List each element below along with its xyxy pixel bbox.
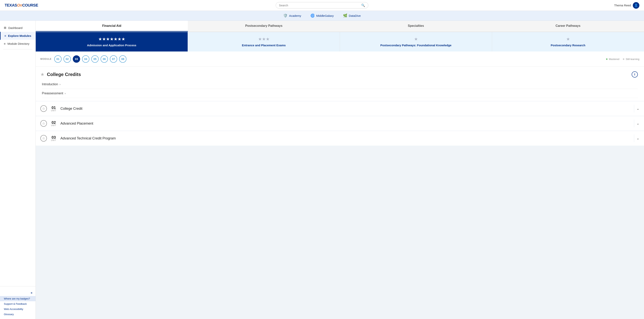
- dashboard-icon: ⊞: [4, 26, 6, 29]
- subnav-middlegalaxy-label: MiddleGalaxy: [316, 14, 334, 17]
- accessibility-link[interactable]: Web Accessibility: [0, 307, 36, 312]
- card-stars-entrance: ★★★: [192, 37, 336, 42]
- collapse-button[interactable]: «: [31, 291, 32, 295]
- legend-mastered: ★ Mastered: [606, 57, 619, 60]
- unit-circle-03: ☆: [40, 135, 47, 142]
- still-learning-label: Still learning: [626, 58, 639, 60]
- academy-icon: 🛡️: [283, 13, 288, 18]
- module-num-03[interactable]: 03: [73, 55, 80, 63]
- unit-expand-01[interactable]: ⌄: [636, 106, 639, 111]
- logo-texas: TEXAS: [5, 3, 17, 7]
- legend-still-learning: ★ Still learning: [622, 57, 639, 60]
- still-learning-star-icon: ★: [622, 57, 625, 60]
- logo: TEXASOnCOURSE: [5, 3, 40, 7]
- introduction-chevron-icon: ›: [60, 83, 60, 86]
- module-card-entrance[interactable]: ★★★ Entrance and Placement Exams: [188, 32, 340, 51]
- card-title-entrance: Entrance and Placement Exams: [192, 43, 336, 47]
- intro-items: Introduction › Preassessment ›: [36, 80, 644, 101]
- subnav-academy-label: Academy: [289, 14, 301, 17]
- module-num-06[interactable]: 06: [100, 55, 108, 63]
- card-stars-research: ★: [496, 37, 640, 42]
- sidebar: ⊞ Dashboard ≡ Explore Modules ≡ Module D…: [0, 21, 36, 319]
- module-cards: ★★★★★★★ Admission and Application Proces…: [36, 32, 644, 51]
- search-input[interactable]: [279, 4, 361, 7]
- sidebar-divider: [3, 49, 32, 49]
- glossary-link[interactable]: Glossary: [0, 312, 36, 317]
- unit-num-block-03: 03 UNIT: [50, 135, 57, 141]
- search-container: 🔍: [40, 2, 604, 8]
- card-stars-foundational: ★: [344, 37, 488, 42]
- user-name: Thema Reed: [614, 4, 631, 7]
- unit-title-01: College Credit: [60, 107, 82, 111]
- tabs: Financial Aid Postsecondary Pathways Spe…: [36, 21, 644, 32]
- intro-item-introduction[interactable]: Introduction ›: [42, 80, 638, 89]
- unit-title-02: Advanced Placement: [60, 121, 93, 126]
- main-content: Financial Aid Postsecondary Pathways Spe…: [36, 21, 644, 319]
- collapse-area: «: [0, 290, 36, 296]
- tab-specialties[interactable]: Specialties: [340, 21, 492, 32]
- unit-label-02: UNIT: [51, 124, 56, 126]
- tab-career-pathways[interactable]: Career Pathways: [492, 21, 644, 32]
- sidebar-directory-label: Module Directory: [8, 42, 29, 45]
- unit-label-03: UNIT: [51, 139, 56, 141]
- info-button[interactable]: i: [632, 71, 638, 77]
- introduction-label: Introduction: [42, 82, 58, 86]
- unit-expand-03[interactable]: ⌄: [636, 136, 639, 140]
- support-link[interactable]: Support & Feedback: [0, 301, 36, 307]
- search-box: 🔍: [276, 2, 368, 8]
- module-num-05[interactable]: 05: [91, 55, 99, 63]
- unit-num-block-02: 02 UNIT: [50, 121, 57, 126]
- datadive-icon: 🌿: [343, 13, 347, 18]
- unit-num-block-01: 01 UNIT: [50, 106, 57, 112]
- unit-row-02[interactable]: ☆ 02 UNIT Advanced Placement ⌄: [36, 116, 644, 131]
- module-num-07[interactable]: 07: [110, 55, 117, 63]
- preassessment-label: Preassessment: [42, 92, 63, 95]
- search-button[interactable]: 🔍: [361, 3, 365, 7]
- card-title-foundational: Postsecondary Pathways: Foundational Kno…: [344, 43, 488, 47]
- module-legend: ★ Mastered ★ Still learning: [606, 57, 639, 60]
- tab-postsecondary-pathways[interactable]: Postsecondary Pathways: [188, 21, 340, 32]
- subnav-middlegalaxy[interactable]: 🌀 MiddleGalaxy: [308, 13, 336, 18]
- directory-icon: ≡: [4, 42, 6, 45]
- module-num-04[interactable]: 04: [82, 55, 90, 63]
- module-label: MODULE: [40, 58, 52, 60]
- section-star-icon: ★: [40, 72, 44, 77]
- avatar[interactable]: 👤: [633, 2, 639, 9]
- sidebar-bottom: « Where are my badges? Support & Feedbac…: [0, 286, 36, 319]
- module-card-foundational[interactable]: ★ Postsecondary Pathways: Foundational K…: [340, 32, 492, 51]
- badges-link[interactable]: Where are my badges?: [0, 296, 36, 301]
- unit-section: ☆ 01 UNIT College Credit ⌄ ☆ 02 UNIT Adv: [36, 101, 644, 146]
- module-num-08[interactable]: 08: [119, 55, 126, 63]
- section-title-row: ★ College Credits i: [36, 67, 644, 80]
- unit-label-01: UNIT: [51, 110, 56, 112]
- mastered-label: Mastered: [609, 58, 619, 60]
- unit-expand-02[interactable]: ⌄: [636, 121, 639, 126]
- intro-item-preassessment[interactable]: Preassessment ›: [42, 89, 638, 98]
- module-card-research[interactable]: ★ Postsecondary Research: [492, 32, 644, 51]
- subnav-datadive[interactable]: 🌿 DataDive: [341, 13, 363, 18]
- preassessment-chevron-icon: ›: [65, 92, 66, 95]
- mastered-star-icon: ★: [606, 57, 608, 60]
- sidebar-item-explore[interactable]: ≡ Explore Modules: [0, 32, 36, 40]
- module-card-admission[interactable]: ★★★★★★★ Admission and Application Proces…: [36, 32, 188, 51]
- sidebar-item-directory[interactable]: ≡ Module Directory: [0, 40, 36, 48]
- unit-row-01[interactable]: ☆ 01 UNIT College Credit ⌄: [36, 101, 644, 116]
- sidebar-explore-label: Explore Modules: [8, 34, 31, 37]
- subnav-datadive-label: DataDive: [349, 14, 361, 17]
- module-num-02[interactable]: 02: [64, 55, 71, 63]
- sidebar-item-dashboard[interactable]: ⊞ Dashboard: [0, 24, 36, 32]
- unit-row-03[interactable]: ☆ 03 UNIT Advanced Technical Credit Prog…: [36, 131, 644, 146]
- subnav-academy[interactable]: 🛡️ Academy: [281, 13, 304, 18]
- card-stars-admission: ★★★★★★★: [40, 37, 184, 42]
- card-title-research: Postsecondary Research: [496, 43, 640, 47]
- top-nav: TEXASOnCOURSE 🔍 Thema Reed 👤: [0, 0, 644, 11]
- tab-financial-aid[interactable]: Financial Aid: [36, 21, 188, 32]
- explore-icon: ≡: [4, 34, 6, 37]
- user-area: Thema Reed 👤: [604, 2, 639, 9]
- card-title-admission: Admission and Application Process: [40, 43, 184, 47]
- sub-nav: 🛡️ Academy 🌀 MiddleGalaxy 🌿 DataDive: [0, 11, 644, 21]
- unit-number-01: 01: [52, 106, 56, 110]
- module-num-01[interactable]: 01: [54, 55, 62, 63]
- layout: ⊞ Dashboard ≡ Explore Modules ≡ Module D…: [0, 21, 644, 319]
- unit-circle-01: ☆: [40, 105, 47, 112]
